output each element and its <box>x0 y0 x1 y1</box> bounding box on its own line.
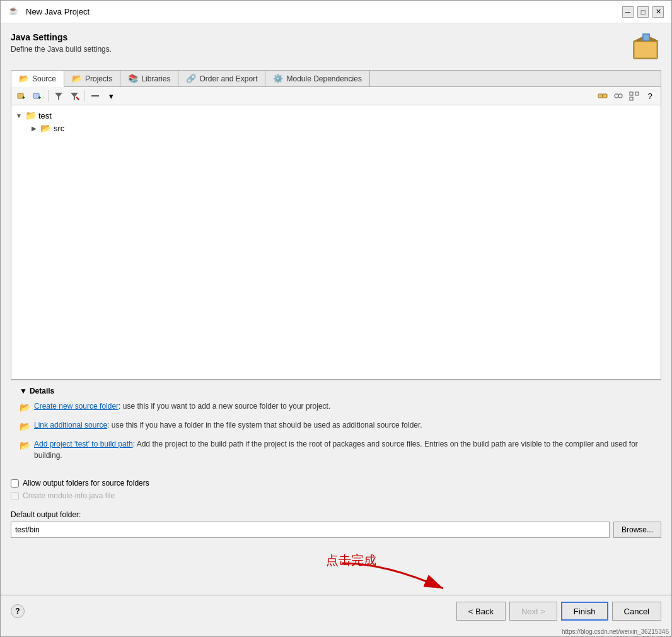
svg-text:+: + <box>22 95 25 101</box>
cancel-button[interactable]: Cancel <box>612 602 661 621</box>
back-button[interactable]: < Back <box>456 602 506 621</box>
output-folder-input[interactable] <box>11 522 610 538</box>
details-item-2: 📂 Link additional source: use this if yo… <box>20 419 652 433</box>
main-panel: 📂 Source 📂 Projects 📚 Libraries 🔗 Order … <box>11 70 661 380</box>
dropdown-button[interactable]: ▾ <box>104 89 118 103</box>
add-src-button[interactable]: + <box>31 89 45 103</box>
tree-icon-src: 📂 <box>40 123 51 133</box>
details-item-1: 📂 Create new source folder: use this if … <box>20 400 652 414</box>
create-module-info-row: Create module-info.java file <box>11 491 661 500</box>
tab-module-dependencies[interactable]: ⚙️ Module Dependencies <box>265 71 369 86</box>
output-folder-section: Default output folder: Browse... <box>1 510 671 544</box>
svg-text:+: + <box>38 95 41 101</box>
add-to-build-path-link[interactable]: Add project 'test' to build path <box>34 440 133 448</box>
tab-order-export[interactable]: 🔗 Order and Export <box>178 71 265 86</box>
svg-rect-20 <box>635 92 639 95</box>
header-icon <box>631 32 661 62</box>
link-button2[interactable] <box>611 89 625 103</box>
tab-source[interactable]: 📂 Source <box>11 71 64 87</box>
tree-toggle-src[interactable]: ▶ <box>30 125 38 132</box>
maximize-button[interactable]: □ <box>637 6 649 18</box>
main-window: ☕ New Java Project ─ □ ✕ Java Settings D… <box>0 0 672 637</box>
tab-source-label: Source <box>32 74 56 83</box>
filter-button[interactable] <box>52 89 66 103</box>
svg-rect-14 <box>603 94 607 98</box>
title-bar-left: ☕ New Java Project <box>8 6 90 18</box>
svg-line-10 <box>76 97 79 100</box>
allow-output-checkbox[interactable] <box>11 479 19 488</box>
output-folder-row: Browse... <box>11 522 661 538</box>
allow-output-label: Allow output folders for source folders <box>23 479 149 488</box>
header-section: Java Settings Define the Java build sett… <box>11 32 661 62</box>
filter2-button[interactable] <box>67 89 81 103</box>
details-item-1-text: : use this if you want to add a new sour… <box>119 402 330 411</box>
toolbar: + + ▾ <box>11 87 661 105</box>
finish-button[interactable]: Finish <box>561 602 608 621</box>
svg-rect-3 <box>644 35 649 40</box>
link-source-button[interactable] <box>596 89 610 103</box>
projects-tab-icon: 📂 <box>72 74 82 83</box>
details-section: ▼ Details 📂 Create new source folder: us… <box>11 380 661 472</box>
tree-children-test: ▶ 📂 src <box>30 122 657 134</box>
svg-rect-1 <box>635 42 656 57</box>
title-bar: ☕ New Java Project ─ □ ✕ <box>1 1 671 23</box>
url-bar: https://blog.csdn.net/weixin_36215346 <box>1 627 671 636</box>
create-source-link[interactable]: Create new source folder <box>34 402 119 411</box>
tree-item-src[interactable]: ▶ 📂 src <box>30 122 657 134</box>
tab-order-label: Order and Export <box>199 74 257 83</box>
svg-rect-13 <box>598 94 603 98</box>
details-item-3: 📂 Add project 'test' to build path: Add … <box>20 438 652 461</box>
window-icon: ☕ <box>8 6 21 18</box>
tabs-bar: 📂 Source 📂 Projects 📚 Libraries 🔗 Order … <box>11 71 661 87</box>
browse-button[interactable]: Browse... <box>613 522 661 538</box>
tree-item-test[interactable]: ▼ 📁 test <box>15 109 657 122</box>
create-module-checkbox[interactable] <box>11 492 19 500</box>
tree-area: ▼ 📁 test ▶ 📂 src <box>11 105 661 379</box>
page-subtitle: Define the Java build settings. <box>11 45 112 54</box>
next-button[interactable]: Next > <box>509 602 557 621</box>
details-item-2-icon: 📂 <box>20 420 30 433</box>
tab-libraries-label: Libraries <box>141 74 170 83</box>
page-title: Java Settings <box>11 32 112 42</box>
details-item-3-icon: 📂 <box>20 439 30 452</box>
close-button[interactable]: ✕ <box>652 6 664 18</box>
details-item-1-icon: 📂 <box>20 401 30 414</box>
footer-left: ? <box>11 604 25 618</box>
expand-all-button[interactable] <box>627 89 641 103</box>
toolbar-left: + + ▾ <box>15 89 118 103</box>
svg-rect-11 <box>91 95 99 96</box>
allow-output-folders-row: Allow output folders for source folders <box>11 479 661 488</box>
tree-label-src: src <box>54 124 64 133</box>
annotation-arrow <box>336 557 462 595</box>
window-controls: ─ □ ✕ <box>622 6 664 18</box>
link-additional-link[interactable]: Link additional source <box>34 421 107 430</box>
minimize-button[interactable]: ─ <box>622 6 634 18</box>
details-toggle[interactable]: ▼ <box>20 387 27 395</box>
tab-libraries[interactable]: 📚 Libraries <box>120 71 178 86</box>
output-folder-label: Default output folder: <box>11 510 661 519</box>
help-toolbar-button[interactable]: ? <box>643 89 657 103</box>
create-module-label: Create module-info.java file <box>23 491 115 500</box>
svg-rect-19 <box>630 92 633 95</box>
annotation-area: 点击完成 <box>1 544 671 595</box>
source-tab-icon: 📂 <box>19 74 29 83</box>
svg-rect-21 <box>630 97 633 100</box>
url-text: https://blog.csdn.net/weixin_36215346 <box>562 628 669 635</box>
window-title: New Java Project <box>26 7 90 16</box>
footer-bar: ? < Back Next > Finish Cancel <box>1 595 671 627</box>
toolbar-sep1 <box>48 90 49 102</box>
tab-projects[interactable]: 📂 Projects <box>64 71 120 86</box>
footer-buttons: < Back Next > Finish Cancel <box>456 602 661 621</box>
order-tab-icon: 🔗 <box>186 74 196 83</box>
libraries-tab-icon: 📚 <box>128 74 138 83</box>
header-text: Java Settings Define the Java build sett… <box>11 32 112 54</box>
tab-projects-label: Projects <box>85 74 112 83</box>
collapse-button[interactable] <box>88 89 102 103</box>
details-title: ▼ Details <box>20 387 652 395</box>
help-button[interactable]: ? <box>11 604 25 618</box>
tree-toggle-test[interactable]: ▼ <box>15 112 23 119</box>
toolbar-sep2 <box>84 90 85 102</box>
details-item-2-text: : use this if you have a folder in the f… <box>107 421 422 430</box>
add-folder-button[interactable]: + <box>15 89 29 103</box>
svg-marker-8 <box>55 93 62 100</box>
